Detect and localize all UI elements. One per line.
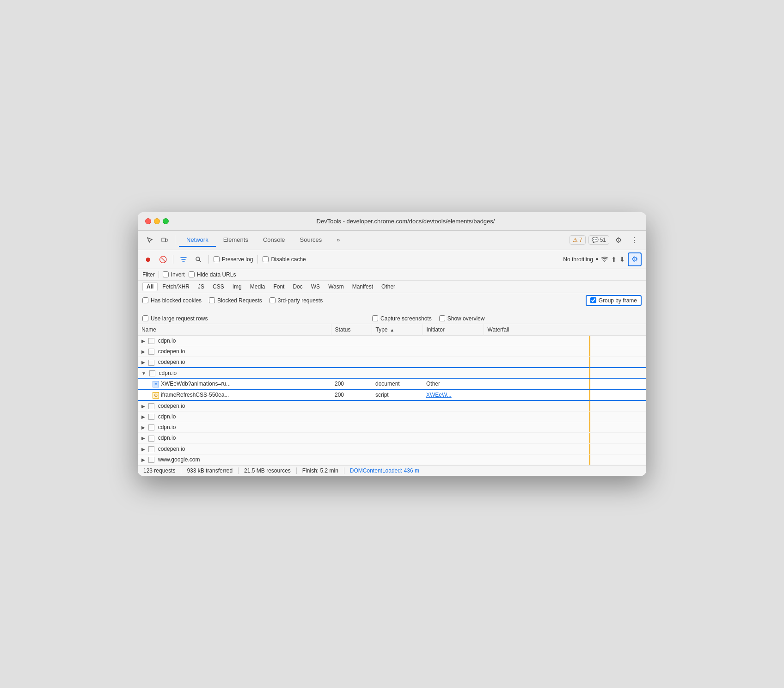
- script-icon: ⊙: [153, 392, 159, 399]
- filter-tag-font[interactable]: Font: [270, 283, 288, 291]
- maximize-button[interactable]: [163, 218, 169, 224]
- large-rows-checkbox[interactable]: [142, 315, 148, 321]
- message-badge[interactable]: 💬 51: [588, 235, 609, 245]
- blocked-cookies-label[interactable]: Has blocked cookies: [142, 297, 202, 304]
- warning-badge[interactable]: ⚠ 7: [570, 235, 586, 245]
- col-initiator[interactable]: Initiator: [423, 324, 484, 336]
- row-name: www.google.com: [158, 456, 200, 463]
- filter-tag-media[interactable]: Media: [246, 283, 269, 291]
- capture-screenshots-checkbox[interactable]: [372, 315, 378, 321]
- row-name: cdpn.io: [158, 435, 176, 441]
- record-button[interactable]: ⏺: [142, 254, 153, 265]
- filter-icon[interactable]: [178, 254, 189, 265]
- third-party-checkbox[interactable]: [270, 297, 276, 303]
- row-status: 200: [331, 389, 372, 400]
- filter-tag-js[interactable]: JS: [194, 283, 208, 291]
- options-group-right: Group by frame: [586, 295, 642, 306]
- filter-tag-wasm[interactable]: Wasm: [325, 283, 348, 291]
- group-by-frame-checkbox[interactable]: [590, 297, 596, 303]
- expand-arrow[interactable]: ▶: [141, 447, 145, 452]
- show-overview-label[interactable]: Show overview: [439, 315, 485, 322]
- table-row[interactable]: ▶ codepen.io: [138, 443, 646, 454]
- invert-text: Invert: [171, 271, 185, 278]
- initiator-link[interactable]: XWEeW...: [426, 392, 452, 398]
- throttle-arrow: ▾: [596, 257, 598, 262]
- filter-tag-manifest[interactable]: Manifest: [349, 283, 377, 291]
- tab-elements[interactable]: Elements: [216, 233, 256, 247]
- show-overview-checkbox[interactable]: [439, 315, 445, 321]
- third-party-label[interactable]: 3rd-party requests: [270, 297, 323, 304]
- table-row[interactable]: ▶ cdpn.io: [138, 422, 646, 433]
- disable-cache-checkbox[interactable]: [263, 256, 269, 262]
- capture-screenshots-label[interactable]: Capture screenshots: [372, 315, 432, 322]
- search-icon[interactable]: [193, 254, 204, 265]
- row-type: script: [372, 389, 423, 400]
- expand-arrow[interactable]: ▶: [141, 349, 145, 354]
- col-name[interactable]: Name: [138, 324, 331, 336]
- hide-data-urls-label[interactable]: Hide data URLs: [189, 271, 236, 278]
- tab-network[interactable]: Network: [179, 233, 216, 247]
- blocked-requests-checkbox[interactable]: [209, 297, 215, 303]
- table-row[interactable]: ▶ cdpn.io: [138, 433, 646, 443]
- invert-checkbox[interactable]: [163, 271, 169, 277]
- expand-arrow[interactable]: ▶: [141, 414, 145, 419]
- table-row[interactable]: ▼ cdpn.io: [138, 368, 646, 378]
- expand-arrow[interactable]: ▶: [141, 425, 145, 430]
- table-row[interactable]: ▶ codepen.io: [138, 400, 646, 411]
- col-status[interactable]: Status: [331, 324, 372, 336]
- upload-icon: ⬆: [611, 256, 617, 263]
- network-settings-button[interactable]: ⚙: [628, 252, 642, 266]
- cursor-icon[interactable]: [143, 233, 156, 246]
- tab-more[interactable]: »: [329, 233, 347, 247]
- filter-tag-css[interactable]: CSS: [209, 283, 228, 291]
- table-row[interactable]: ≡XWEeWdb?animations=ru...200documentOthe…: [138, 378, 646, 389]
- col-type[interactable]: Type ▲: [372, 324, 423, 336]
- capture-screenshots-text: Capture screenshots: [380, 315, 432, 322]
- filter-tag-all[interactable]: All: [142, 282, 158, 291]
- status-resources: 21.5 MB resources: [239, 467, 297, 474]
- more-button[interactable]: ⋮: [628, 233, 641, 246]
- hide-data-urls-checkbox[interactable]: [189, 271, 195, 277]
- minimize-button[interactable]: [154, 218, 160, 224]
- filter-tag-ws[interactable]: WS: [307, 283, 324, 291]
- blocked-cookies-checkbox[interactable]: [142, 297, 148, 303]
- blocked-requests-label[interactable]: Blocked Requests: [209, 297, 262, 304]
- expand-arrow[interactable]: ▶: [141, 360, 145, 365]
- filter-tag-img[interactable]: Img: [229, 283, 245, 291]
- status-finish: Finish: 5.2 min: [297, 467, 344, 474]
- table-row[interactable]: ▶ cdpn.io: [138, 335, 646, 346]
- disable-cache-label[interactable]: Disable cache: [263, 256, 306, 263]
- table-row[interactable]: ▶ cdpn.io: [138, 411, 646, 422]
- invert-label[interactable]: Invert: [163, 271, 185, 278]
- expand-arrow[interactable]: ▼: [141, 371, 146, 376]
- col-waterfall[interactable]: Waterfall: [484, 324, 646, 336]
- table-row[interactable]: ▶ codepen.io: [138, 357, 646, 368]
- options-group-left: Has blocked cookies Blocked Requests 3rd…: [142, 297, 323, 304]
- filter-tag-fetch_xhr[interactable]: Fetch/XHR: [159, 283, 193, 291]
- table-row[interactable]: ▶ codepen.io: [138, 346, 646, 356]
- clear-button[interactable]: 🚫: [157, 254, 168, 265]
- close-button[interactable]: [145, 218, 151, 224]
- table-row[interactable]: ▶ www.google.com: [138, 455, 646, 465]
- expand-arrow[interactable]: ▶: [141, 338, 145, 344]
- settings-button[interactable]: ⚙: [612, 233, 625, 246]
- preserve-log-label[interactable]: Preserve log: [214, 256, 253, 263]
- large-rows-label[interactable]: Use large request rows: [142, 315, 208, 322]
- group-by-frame-label[interactable]: Group by frame: [590, 297, 637, 304]
- filter-tag-other[interactable]: Other: [378, 283, 399, 291]
- toolbar-separator: [175, 235, 175, 245]
- nav-tabs: Network Elements Console Sources »: [179, 233, 568, 247]
- expand-arrow[interactable]: ▶: [141, 436, 145, 441]
- tab-console[interactable]: Console: [256, 233, 293, 247]
- table-row[interactable]: ⊙iframeRefreshCSS-550ea...200scriptXWEeW…: [138, 389, 646, 400]
- disable-cache-text: Disable cache: [271, 256, 306, 263]
- row-initiator: Other: [423, 378, 484, 389]
- device-toolbar-icon[interactable]: [158, 233, 171, 246]
- filter-tag-doc[interactable]: Doc: [289, 283, 306, 291]
- tab-sources[interactable]: Sources: [293, 233, 330, 247]
- preserve-log-checkbox[interactable]: [214, 256, 220, 262]
- expand-arrow[interactable]: ▶: [141, 404, 145, 409]
- row-name: cdpn.io: [159, 370, 177, 376]
- expand-arrow[interactable]: ▶: [141, 457, 145, 462]
- nt-separator-1: [173, 255, 173, 264]
